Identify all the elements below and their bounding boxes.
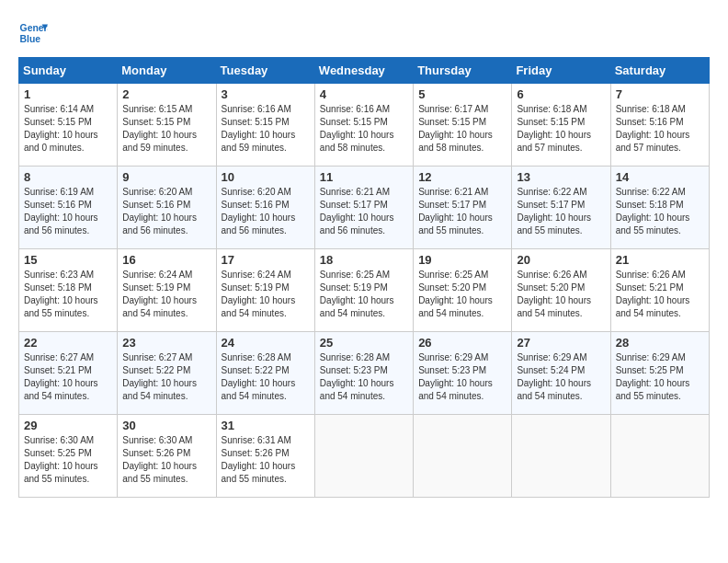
day-number: 19: [418, 253, 506, 267]
day-detail: Sunrise: 6:27 AMSunset: 5:22 PMDaylight:…: [122, 351, 210, 403]
day-number: 6: [517, 87, 605, 101]
week-row-1: 1Sunrise: 6:14 AMSunset: 5:15 PMDaylight…: [19, 84, 710, 167]
day-number: 20: [517, 253, 605, 267]
day-detail: Sunrise: 6:20 AMSunset: 5:16 PMDaylight:…: [122, 186, 210, 237]
day-detail: Sunrise: 6:29 AMSunset: 5:23 PMDaylight:…: [418, 351, 506, 403]
svg-text:Blue: Blue: [20, 34, 41, 44]
calendar-cell: 16Sunrise: 6:24 AMSunset: 5:19 PMDayligh…: [118, 249, 216, 332]
day-number: 29: [24, 419, 112, 432]
calendar-cell: 27Sunrise: 6:29 AMSunset: 5:24 PMDayligh…: [512, 332, 610, 415]
day-detail: Sunrise: 6:27 AMSunset: 5:21 PMDaylight:…: [24, 351, 112, 403]
week-row-4: 22Sunrise: 6:27 AMSunset: 5:21 PMDayligh…: [19, 332, 710, 415]
calendar-table: SundayMondayTuesdayWednesdayThursdayFrid…: [18, 57, 710, 498]
calendar-cell: 19Sunrise: 6:25 AMSunset: 5:20 PMDayligh…: [414, 249, 512, 332]
day-detail: Sunrise: 6:18 AMSunset: 5:15 PMDaylight:…: [517, 103, 605, 155]
calendar-cell: 23Sunrise: 6:27 AMSunset: 5:22 PMDayligh…: [118, 332, 216, 415]
day-detail: Sunrise: 6:28 AMSunset: 5:22 PMDaylight:…: [222, 351, 310, 403]
day-number: 27: [517, 336, 605, 350]
day-header-friday: Friday: [512, 58, 610, 84]
calendar-cell: [512, 415, 610, 498]
day-detail: Sunrise: 6:18 AMSunset: 5:16 PMDaylight:…: [616, 103, 704, 155]
day-number: 28: [616, 336, 704, 350]
calendar-cell: 25Sunrise: 6:28 AMSunset: 5:23 PMDayligh…: [314, 332, 413, 415]
day-number: 1: [24, 87, 112, 101]
day-header-sunday: Sunday: [19, 58, 118, 84]
day-detail: Sunrise: 6:22 AMSunset: 5:17 PMDaylight:…: [517, 186, 605, 237]
day-detail: Sunrise: 6:21 AMSunset: 5:17 PMDaylight:…: [320, 186, 408, 237]
day-detail: Sunrise: 6:31 AMSunset: 5:26 PMDaylight:…: [222, 434, 310, 486]
day-number: 9: [122, 170, 210, 184]
day-detail: Sunrise: 6:20 AMSunset: 5:16 PMDaylight:…: [222, 186, 310, 237]
day-header-monday: Monday: [118, 58, 216, 84]
day-number: 3: [222, 87, 310, 101]
header-row: SundayMondayTuesdayWednesdayThursdayFrid…: [19, 58, 710, 84]
calendar-cell: 29Sunrise: 6:30 AMSunset: 5:25 PMDayligh…: [19, 415, 118, 498]
calendar-cell: [414, 415, 512, 498]
week-row-2: 8Sunrise: 6:19 AMSunset: 5:16 PMDaylight…: [19, 167, 710, 249]
calendar-cell: 9Sunrise: 6:20 AMSunset: 5:16 PMDaylight…: [118, 167, 216, 249]
day-number: 16: [122, 253, 210, 267]
calendar-cell: 3Sunrise: 6:16 AMSunset: 5:15 PMDaylight…: [216, 84, 314, 167]
calendar-cell: 15Sunrise: 6:23 AMSunset: 5:18 PMDayligh…: [19, 249, 118, 332]
calendar-cell: [314, 415, 413, 498]
day-number: 5: [418, 87, 506, 101]
calendar-cell: [610, 415, 709, 498]
day-number: 21: [616, 253, 704, 267]
week-row-3: 15Sunrise: 6:23 AMSunset: 5:18 PMDayligh…: [19, 249, 710, 332]
day-number: 26: [418, 336, 506, 350]
calendar-cell: 22Sunrise: 6:27 AMSunset: 5:21 PMDayligh…: [19, 332, 118, 415]
day-detail: Sunrise: 6:24 AMSunset: 5:19 PMDaylight:…: [222, 269, 310, 320]
day-number: 2: [122, 87, 210, 101]
day-detail: Sunrise: 6:30 AMSunset: 5:26 PMDaylight:…: [122, 434, 210, 486]
day-number: 31: [222, 419, 310, 432]
day-number: 18: [320, 253, 408, 267]
day-detail: Sunrise: 6:17 AMSunset: 5:15 PMDaylight:…: [418, 103, 506, 155]
calendar-cell: 4Sunrise: 6:16 AMSunset: 5:15 PMDaylight…: [314, 84, 413, 167]
day-detail: Sunrise: 6:16 AMSunset: 5:15 PMDaylight:…: [320, 103, 408, 155]
day-number: 30: [122, 419, 210, 432]
calendar-cell: 20Sunrise: 6:26 AMSunset: 5:20 PMDayligh…: [512, 249, 610, 332]
day-number: 12: [418, 170, 506, 184]
day-number: 7: [616, 87, 704, 101]
day-detail: Sunrise: 6:26 AMSunset: 5:21 PMDaylight:…: [616, 269, 704, 320]
day-number: 25: [320, 336, 408, 350]
logo: General Blue: [18, 18, 48, 48]
day-number: 22: [24, 336, 112, 350]
calendar-cell: 6Sunrise: 6:18 AMSunset: 5:15 PMDaylight…: [512, 84, 610, 167]
day-header-saturday: Saturday: [610, 58, 709, 84]
header: General Blue: [18, 18, 710, 48]
day-detail: Sunrise: 6:25 AMSunset: 5:19 PMDaylight:…: [320, 269, 408, 320]
day-header-thursday: Thursday: [414, 58, 512, 84]
day-detail: Sunrise: 6:29 AMSunset: 5:25 PMDaylight:…: [616, 351, 704, 403]
day-detail: Sunrise: 6:28 AMSunset: 5:23 PMDaylight:…: [320, 351, 408, 403]
day-header-wednesday: Wednesday: [314, 58, 413, 84]
day-header-tuesday: Tuesday: [216, 58, 314, 84]
day-number: 11: [320, 170, 408, 184]
calendar-cell: 5Sunrise: 6:17 AMSunset: 5:15 PMDaylight…: [414, 84, 512, 167]
calendar-cell: 8Sunrise: 6:19 AMSunset: 5:16 PMDaylight…: [19, 167, 118, 249]
calendar-cell: 26Sunrise: 6:29 AMSunset: 5:23 PMDayligh…: [414, 332, 512, 415]
day-number: 17: [222, 253, 310, 267]
day-detail: Sunrise: 6:21 AMSunset: 5:17 PMDaylight:…: [418, 186, 506, 237]
calendar-cell: 11Sunrise: 6:21 AMSunset: 5:17 PMDayligh…: [314, 167, 413, 249]
calendar-cell: 24Sunrise: 6:28 AMSunset: 5:22 PMDayligh…: [216, 332, 314, 415]
day-detail: Sunrise: 6:15 AMSunset: 5:15 PMDaylight:…: [122, 103, 210, 155]
calendar-cell: 1Sunrise: 6:14 AMSunset: 5:15 PMDaylight…: [19, 84, 118, 167]
calendar-cell: 7Sunrise: 6:18 AMSunset: 5:16 PMDaylight…: [610, 84, 709, 167]
day-number: 8: [24, 170, 112, 184]
day-number: 15: [24, 253, 112, 267]
day-number: 24: [222, 336, 310, 350]
day-detail: Sunrise: 6:14 AMSunset: 5:15 PMDaylight:…: [24, 103, 112, 155]
day-detail: Sunrise: 6:19 AMSunset: 5:16 PMDaylight:…: [24, 186, 112, 237]
day-number: 14: [616, 170, 704, 184]
day-detail: Sunrise: 6:23 AMSunset: 5:18 PMDaylight:…: [24, 269, 112, 320]
day-detail: Sunrise: 6:24 AMSunset: 5:19 PMDaylight:…: [122, 269, 210, 320]
day-number: 4: [320, 87, 408, 101]
day-detail: Sunrise: 6:30 AMSunset: 5:25 PMDaylight:…: [24, 434, 112, 486]
day-number: 13: [517, 170, 605, 184]
calendar-cell: 21Sunrise: 6:26 AMSunset: 5:21 PMDayligh…: [610, 249, 709, 332]
calendar-cell: 12Sunrise: 6:21 AMSunset: 5:17 PMDayligh…: [414, 167, 512, 249]
day-detail: Sunrise: 6:25 AMSunset: 5:20 PMDaylight:…: [418, 269, 506, 320]
calendar-cell: 18Sunrise: 6:25 AMSunset: 5:19 PMDayligh…: [314, 249, 413, 332]
calendar-cell: 13Sunrise: 6:22 AMSunset: 5:17 PMDayligh…: [512, 167, 610, 249]
